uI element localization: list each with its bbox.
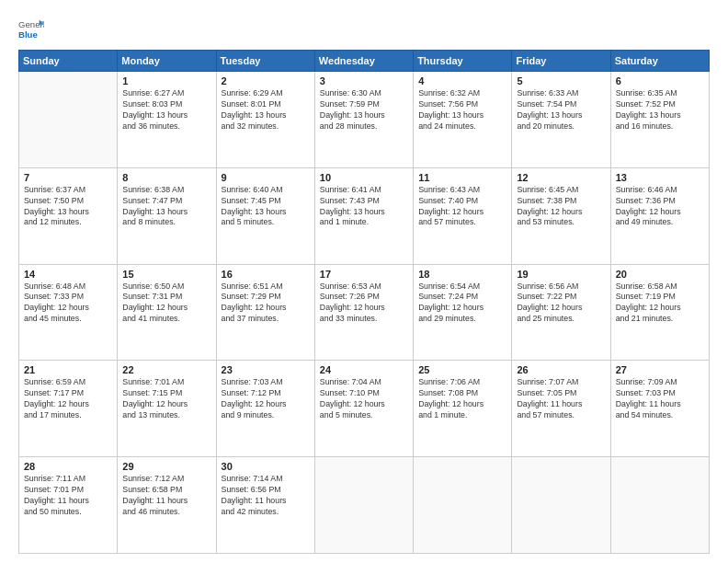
day-info: Sunrise: 6:45 AM Sunset: 7:38 PM Dayligh…: [517, 185, 605, 229]
day-number: 3: [320, 75, 408, 86]
calendar-week-row: 28Sunrise: 7:11 AM Sunset: 7:01 PM Dayli…: [19, 457, 710, 554]
day-number: 2: [222, 75, 310, 86]
day-number: 11: [418, 172, 506, 183]
day-info: Sunrise: 6:35 AM Sunset: 7:52 PM Dayligh…: [616, 88, 704, 132]
weekday-header-friday: Friday: [512, 51, 610, 72]
day-info: Sunrise: 7:14 AM Sunset: 6:56 PM Dayligh…: [222, 474, 310, 518]
day-number: 14: [24, 269, 112, 280]
calendar-cell: 6Sunrise: 6:35 AM Sunset: 7:52 PM Daylig…: [610, 72, 709, 168]
logo: General Blue: [18, 17, 48, 42]
calendar-cell: 25Sunrise: 7:06 AM Sunset: 7:08 PM Dayli…: [414, 361, 512, 457]
calendar-cell: 9Sunrise: 6:40 AM Sunset: 7:45 PM Daylig…: [216, 167, 314, 264]
calendar-cell: [610, 457, 709, 554]
weekday-header-wednesday: Wednesday: [314, 51, 413, 72]
calendar-cell: 7Sunrise: 6:37 AM Sunset: 7:50 PM Daylig…: [19, 167, 118, 264]
day-info: Sunrise: 6:58 AM Sunset: 7:19 PM Dayligh…: [616, 282, 704, 326]
calendar-cell: 14Sunrise: 6:48 AM Sunset: 7:33 PM Dayli…: [19, 264, 118, 361]
day-number: 17: [320, 269, 408, 280]
day-info: Sunrise: 6:41 AM Sunset: 7:43 PM Dayligh…: [320, 185, 408, 229]
calendar-table: SundayMondayTuesdayWednesdayThursdayFrid…: [18, 50, 710, 554]
day-info: Sunrise: 7:12 AM Sunset: 6:58 PM Dayligh…: [122, 474, 210, 518]
day-info: Sunrise: 7:07 AM Sunset: 7:05 PM Dayligh…: [517, 377, 605, 421]
day-info: Sunrise: 6:30 AM Sunset: 7:59 PM Dayligh…: [320, 88, 408, 132]
day-number: 21: [24, 364, 112, 375]
calendar-cell: 10Sunrise: 6:41 AM Sunset: 7:43 PM Dayli…: [314, 167, 413, 264]
calendar-cell: 5Sunrise: 6:33 AM Sunset: 7:54 PM Daylig…: [512, 72, 610, 168]
day-info: Sunrise: 6:32 AM Sunset: 7:56 PM Dayligh…: [418, 88, 506, 132]
day-info: Sunrise: 6:50 AM Sunset: 7:31 PM Dayligh…: [122, 282, 210, 326]
day-number: 9: [222, 172, 310, 183]
day-info: Sunrise: 7:11 AM Sunset: 7:01 PM Dayligh…: [24, 474, 112, 518]
calendar-week-row: 7Sunrise: 6:37 AM Sunset: 7:50 PM Daylig…: [19, 167, 710, 264]
day-number: 10: [320, 172, 408, 183]
logo-icon: General Blue: [18, 17, 44, 42]
day-number: 28: [24, 461, 112, 472]
day-number: 8: [122, 172, 210, 183]
day-number: 29: [122, 461, 210, 472]
day-number: 24: [320, 364, 408, 375]
day-number: 1: [122, 75, 210, 86]
calendar-cell: 22Sunrise: 7:01 AM Sunset: 7:15 PM Dayli…: [118, 361, 216, 457]
day-number: 18: [418, 269, 506, 280]
day-number: 7: [24, 172, 112, 183]
calendar-cell: 16Sunrise: 6:51 AM Sunset: 7:29 PM Dayli…: [216, 264, 314, 361]
day-number: 25: [418, 364, 506, 375]
day-number: 13: [616, 172, 704, 183]
calendar-cell: 18Sunrise: 6:54 AM Sunset: 7:24 PM Dayli…: [414, 264, 512, 361]
day-info: Sunrise: 6:43 AM Sunset: 7:40 PM Dayligh…: [418, 185, 506, 229]
day-info: Sunrise: 6:51 AM Sunset: 7:29 PM Dayligh…: [222, 282, 310, 326]
day-number: 30: [222, 461, 310, 472]
day-info: Sunrise: 6:56 AM Sunset: 7:22 PM Dayligh…: [517, 282, 605, 326]
day-number: 22: [122, 364, 210, 375]
day-info: Sunrise: 6:38 AM Sunset: 7:47 PM Dayligh…: [122, 185, 210, 229]
day-number: 26: [517, 364, 605, 375]
weekday-header-thursday: Thursday: [414, 51, 512, 72]
calendar-cell: 15Sunrise: 6:50 AM Sunset: 7:31 PM Dayli…: [118, 264, 216, 361]
calendar-cell: 4Sunrise: 6:32 AM Sunset: 7:56 PM Daylig…: [414, 72, 512, 168]
day-info: Sunrise: 7:04 AM Sunset: 7:10 PM Dayligh…: [320, 377, 408, 421]
calendar-cell: 11Sunrise: 6:43 AM Sunset: 7:40 PM Dayli…: [414, 167, 512, 264]
weekday-header-saturday: Saturday: [610, 51, 709, 72]
calendar-cell: 23Sunrise: 7:03 AM Sunset: 7:12 PM Dayli…: [216, 361, 314, 457]
calendar-week-row: 1Sunrise: 6:27 AM Sunset: 8:03 PM Daylig…: [19, 72, 710, 168]
calendar-cell: 20Sunrise: 6:58 AM Sunset: 7:19 PM Dayli…: [610, 264, 709, 361]
calendar-cell: [414, 457, 512, 554]
calendar-cell: 27Sunrise: 7:09 AM Sunset: 7:03 PM Dayli…: [610, 361, 709, 457]
day-number: 23: [222, 364, 310, 375]
svg-text:Blue: Blue: [18, 29, 38, 40]
day-number: 16: [222, 269, 310, 280]
calendar-cell: 26Sunrise: 7:07 AM Sunset: 7:05 PM Dayli…: [512, 361, 610, 457]
day-info: Sunrise: 6:37 AM Sunset: 7:50 PM Dayligh…: [24, 185, 112, 229]
day-number: 12: [517, 172, 605, 183]
calendar-cell: [19, 72, 118, 168]
calendar-cell: 3Sunrise: 6:30 AM Sunset: 7:59 PM Daylig…: [314, 72, 413, 168]
day-number: 5: [517, 75, 605, 86]
day-info: Sunrise: 6:46 AM Sunset: 7:36 PM Dayligh…: [616, 185, 704, 229]
calendar-cell: 2Sunrise: 6:29 AM Sunset: 8:01 PM Daylig…: [216, 72, 314, 168]
calendar-header-row: SundayMondayTuesdayWednesdayThursdayFrid…: [19, 51, 710, 72]
calendar-cell: 13Sunrise: 6:46 AM Sunset: 7:36 PM Dayli…: [610, 167, 709, 264]
day-info: Sunrise: 6:53 AM Sunset: 7:26 PM Dayligh…: [320, 282, 408, 326]
calendar-cell: 21Sunrise: 6:59 AM Sunset: 7:17 PM Dayli…: [19, 361, 118, 457]
day-number: 6: [616, 75, 704, 86]
day-info: Sunrise: 6:48 AM Sunset: 7:33 PM Dayligh…: [24, 282, 112, 326]
calendar-cell: 29Sunrise: 7:12 AM Sunset: 6:58 PM Dayli…: [118, 457, 216, 554]
calendar-cell: 24Sunrise: 7:04 AM Sunset: 7:10 PM Dayli…: [314, 361, 413, 457]
day-info: Sunrise: 6:59 AM Sunset: 7:17 PM Dayligh…: [24, 377, 112, 421]
day-number: 15: [122, 269, 210, 280]
day-info: Sunrise: 6:27 AM Sunset: 8:03 PM Dayligh…: [122, 88, 210, 132]
calendar-cell: 28Sunrise: 7:11 AM Sunset: 7:01 PM Dayli…: [19, 457, 118, 554]
day-number: 20: [616, 269, 704, 280]
calendar-cell: [314, 457, 413, 554]
calendar-cell: [512, 457, 610, 554]
day-info: Sunrise: 6:54 AM Sunset: 7:24 PM Dayligh…: [418, 282, 506, 326]
day-info: Sunrise: 7:06 AM Sunset: 7:08 PM Dayligh…: [418, 377, 506, 421]
calendar-cell: 17Sunrise: 6:53 AM Sunset: 7:26 PM Dayli…: [314, 264, 413, 361]
day-info: Sunrise: 7:09 AM Sunset: 7:03 PM Dayligh…: [616, 377, 704, 421]
weekday-header-tuesday: Tuesday: [216, 51, 314, 72]
calendar-week-row: 21Sunrise: 6:59 AM Sunset: 7:17 PM Dayli…: [19, 361, 710, 457]
day-info: Sunrise: 6:33 AM Sunset: 7:54 PM Dayligh…: [517, 88, 605, 132]
page-header: General Blue: [18, 17, 710, 42]
calendar-cell: 8Sunrise: 6:38 AM Sunset: 7:47 PM Daylig…: [118, 167, 216, 264]
calendar-cell: 19Sunrise: 6:56 AM Sunset: 7:22 PM Dayli…: [512, 264, 610, 361]
